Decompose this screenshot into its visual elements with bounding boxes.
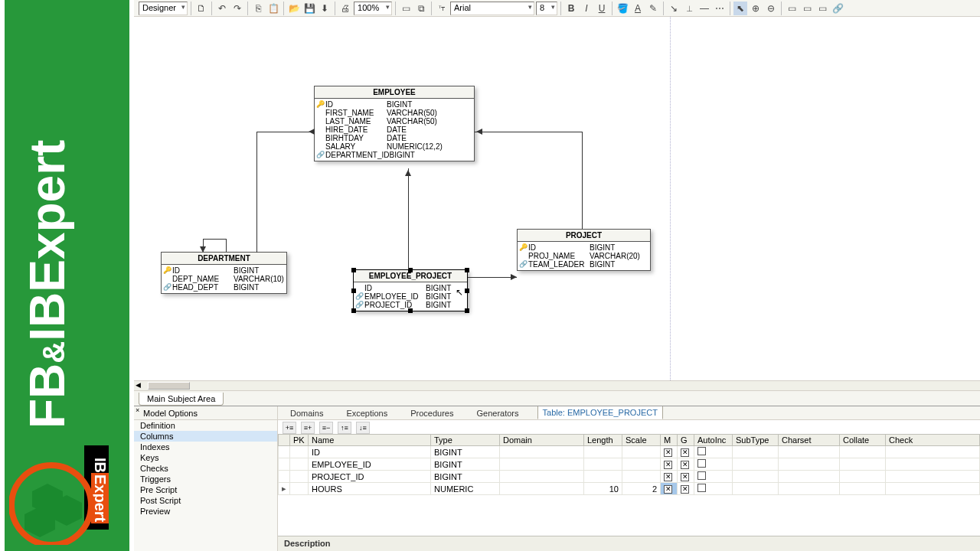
grid-header[interactable] [279, 435, 290, 446]
highlight-icon[interactable]: ✎ [646, 2, 660, 15]
grid-header[interactable]: SubType [733, 435, 779, 446]
diagram-canvas[interactable]: EMPLOYEE 🔑IDBIGINTFIRST_NAMEVARCHAR(50)L… [134, 17, 980, 380]
shape2-icon[interactable]: ▭ [800, 2, 814, 15]
connector3-icon[interactable]: — [697, 2, 711, 15]
zoomout-icon[interactable]: ⊖ [764, 2, 778, 15]
entity-field[interactable]: 🔑IDBIGINT [163, 266, 285, 275]
font-dropdown[interactable]: Arial [450, 2, 534, 15]
grid-header[interactable]: Domain [500, 435, 584, 446]
paste-icon[interactable]: 📋 [266, 2, 280, 15]
panel-side: Model Options DefinitionColumnsIndexesKe… [134, 406, 278, 551]
tab-procedures[interactable]: Procedures [406, 407, 458, 419]
entity-field[interactable]: LAST_NAMEVARCHAR(50) [316, 117, 472, 126]
grid-header[interactable]: M [661, 435, 678, 446]
entity-department[interactable]: DEPARTMENT 🔑IDBIGINTDEPT_NAMEVARCHAR(10)… [161, 252, 287, 294]
layers-icon[interactable]: ⧉ [414, 2, 428, 15]
entity-field[interactable]: 🔗EMPLOYEE_IDBIGINT [355, 292, 466, 301]
zoomin-icon[interactable]: ⊕ [749, 2, 763, 15]
tab-exceptions[interactable]: Exceptions [341, 407, 392, 419]
h-scrollbar[interactable]: ◀ [134, 380, 980, 390]
saveas-icon[interactable]: ⬇ [318, 2, 332, 15]
side-item[interactable]: Columns [134, 431, 277, 442]
connector1-icon[interactable]: ↘ [667, 2, 681, 15]
scroll-thumb[interactable] [148, 382, 190, 390]
grid-header[interactable]: Length [584, 435, 622, 446]
italic-icon[interactable]: I [580, 2, 593, 15]
connector4-icon[interactable]: ⋯ [713, 2, 727, 15]
connector2-icon[interactable]: ⟂ [682, 2, 696, 15]
tab-domains[interactable]: Domains [286, 407, 328, 419]
entity-field[interactable]: 🔑IDBIGINT [316, 100, 472, 109]
entity-field[interactable]: 🔗TEAM_LEADERBIGINT [519, 260, 648, 269]
bold-icon[interactable]: B [564, 2, 578, 15]
entity-project[interactable]: PROJECT 🔑IDBIGINTPROJ_NAMEVARCHAR(20)🔗TE… [517, 229, 651, 271]
fontsize-dropdown[interactable]: 8 [536, 2, 557, 15]
entity-field[interactable]: IDBIGINT [355, 284, 466, 292]
add-col-icon[interactable]: +≡ [283, 422, 296, 434]
color-icon[interactable]: ▭ [399, 2, 413, 15]
side-item[interactable]: Triggers [134, 474, 277, 484]
ins-col-icon[interactable]: ≡+ [301, 422, 315, 434]
entity-field[interactable]: BIRHTDAYDATE [316, 134, 472, 142]
side-item[interactable]: Definition [134, 420, 277, 431]
close-panel-icon[interactable]: × [136, 406, 143, 414]
columns-grid[interactable]: PKNameTypeDomainLengthScaleMGAutoIncSubT… [278, 434, 980, 536]
panel-side-list: DefinitionColumnsIndexesKeysChecksTrigge… [134, 420, 277, 517]
table-row[interactable]: ▸HOURSNUMERIC102 [279, 483, 980, 495]
fill-icon[interactable]: 🪣 [616, 2, 629, 15]
up-col-icon[interactable]: ↑≡ [338, 422, 351, 434]
redo-icon[interactable]: ↷ [230, 2, 244, 15]
link-icon[interactable]: 🔗 [831, 2, 844, 15]
grid-header[interactable]: Check [886, 435, 980, 446]
save-icon[interactable]: 💾 [302, 2, 316, 15]
subject-tab[interactable]: Main Subject Area [139, 393, 224, 406]
entity-employee-project[interactable]: EMPLOYEE_PROJECT IDBIGINT🔗EMPLOYEE_IDBIG… [353, 269, 468, 311]
grid-header[interactable]: Type [431, 435, 500, 446]
side-item[interactable]: Checks [134, 463, 277, 474]
side-item[interactable]: Indexes [134, 442, 277, 452]
entity-employee[interactable]: EMPLOYEE 🔑IDBIGINTFIRST_NAMEVARCHAR(50)L… [314, 86, 475, 161]
copy-icon[interactable]: ⎘ [251, 2, 265, 15]
tab-generators[interactable]: Generators [472, 407, 523, 419]
grid-header[interactable]: Name [309, 435, 431, 446]
zoom-dropdown[interactable]: 100% [354, 2, 392, 15]
textcolor-icon[interactable]: A [631, 2, 645, 15]
entity-field[interactable]: PROJ_NAMEVARCHAR(20) [519, 252, 648, 260]
shape1-icon[interactable]: ▭ [785, 2, 799, 15]
pointer-icon[interactable]: ⬉ [733, 2, 747, 15]
subject-tabbar: Main Subject Area [134, 390, 980, 406]
side-item[interactable]: Preview [134, 506, 277, 517]
grid-header[interactable]: Scale [622, 435, 661, 446]
font-indicator-icon: ᵀᴛ [435, 2, 449, 15]
grid-header[interactable]: Charset [779, 435, 840, 446]
grid-header[interactable]: Collate [840, 435, 886, 446]
undo-icon[interactable]: ↶ [215, 2, 229, 15]
grid-header[interactable]: PK [290, 435, 309, 446]
table-row[interactable]: IDBIGINT [279, 446, 980, 458]
entity-field[interactable]: SALARYNUMERIC(12,2) [316, 142, 472, 151]
entity-field[interactable]: FIRST_NAMEVARCHAR(50) [316, 109, 472, 117]
entity-field[interactable]: 🔗HEAD_DEPTBIGINT [163, 283, 285, 292]
underline-icon[interactable]: U [595, 2, 609, 15]
table-row[interactable]: PROJECT_IDBIGINT [279, 471, 980, 483]
table-row[interactable]: EMPLOYEE_IDBIGINT [279, 458, 980, 471]
properties-panel: × Model Options DefinitionColumnsIndexes… [134, 406, 980, 551]
tab-model-options[interactable]: Model Options [143, 409, 198, 418]
side-item[interactable]: Post Script [134, 495, 277, 506]
down-col-icon[interactable]: ↓≡ [356, 422, 370, 434]
del-col-icon[interactable]: ≡− [319, 422, 333, 434]
side-item[interactable]: Pre Script [134, 484, 277, 495]
entity-field[interactable]: DEPT_NAMEVARCHAR(10) [163, 275, 285, 283]
entity-field[interactable]: 🔑IDBIGINT [519, 243, 648, 252]
new-icon[interactable]: 🗋 [194, 2, 208, 15]
designer-dropdown[interactable]: Designer [139, 2, 188, 15]
entity-field[interactable]: 🔗DEPARTMENT_IDBIGINT [316, 151, 472, 159]
print-icon[interactable]: 🖨 [338, 2, 352, 15]
entity-field[interactable]: HIRE_DATEDATE [316, 126, 472, 134]
tab-table[interactable]: Table: EMPLOYEE_PROJECT [537, 406, 663, 419]
grid-header[interactable]: AutoInc [694, 435, 733, 446]
shape3-icon[interactable]: ▭ [815, 2, 829, 15]
open-icon[interactable]: 📂 [287, 2, 301, 15]
grid-header[interactable]: G [678, 435, 694, 446]
side-item[interactable]: Keys [134, 452, 277, 463]
